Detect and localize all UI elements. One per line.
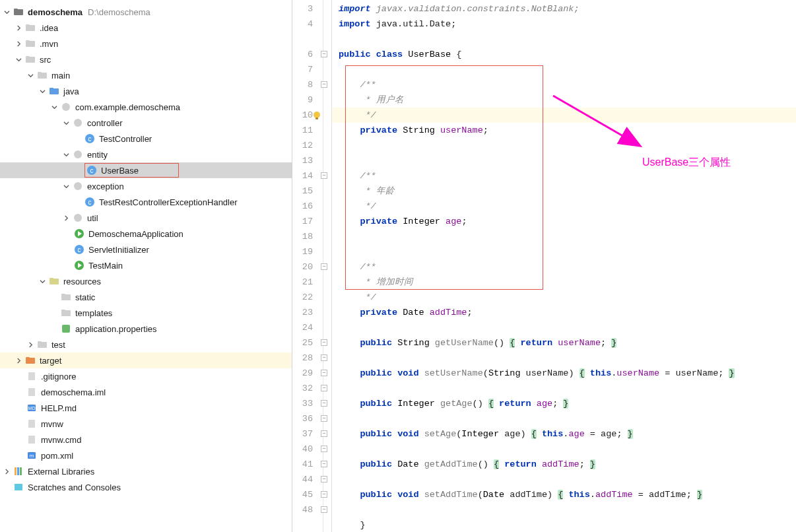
gutter-line[interactable]: 10 — [292, 108, 331, 123]
gutter-line[interactable]: 36− — [292, 411, 331, 426]
gutter-line[interactable]: 16 — [292, 199, 331, 214]
tree-item-idea[interactable]: .idea — [0, 20, 292, 36]
gutter-line[interactable]: 18 — [292, 229, 331, 244]
tree-item-ext-libs[interactable]: External Libraries — [0, 463, 292, 479]
chevron-down-icon[interactable] — [15, 55, 22, 63]
chevron-right-icon[interactable] — [3, 467, 11, 475]
caret-line[interactable]: */ — [332, 108, 796, 123]
tree-item-test[interactable]: test — [0, 337, 292, 352]
chevron-right-icon[interactable] — [15, 24, 22, 32]
tree-item-src[interactable]: src — [0, 51, 292, 67]
gutter-line[interactable]: 22 — [292, 290, 331, 305]
gutter-line[interactable]: 21 — [292, 275, 331, 290]
chevron-right-icon[interactable] — [26, 341, 34, 349]
chevron-right-icon[interactable] — [15, 40, 22, 48]
tree-item-util[interactable]: util — [0, 210, 292, 226]
chevron-down-icon[interactable] — [50, 103, 58, 111]
gutter-line[interactable]: 40− — [292, 442, 331, 457]
gutter-line[interactable]: 25− — [292, 335, 331, 350]
tree-item-userbase[interactable]: c UserBase — [0, 162, 292, 178]
tree-item-mvn[interactable]: .mvn — [0, 36, 292, 51]
tree-item-exc-handler[interactable]: c TestRestControllerExceptionHandler — [0, 194, 292, 210]
gutter-line[interactable]: 19 — [292, 244, 331, 259]
gutter-line[interactable]: 12 — [292, 138, 331, 153]
tree-item-resources[interactable]: resources — [0, 273, 292, 289]
fold-toggle-icon[interactable]: − — [321, 370, 327, 376]
tree-item-mvnw-cmd[interactable]: mvnw.cmd — [0, 432, 292, 448]
gutter-line[interactable]: 3 — [292, 1, 331, 17]
gutter-line[interactable]: 11 — [292, 123, 331, 138]
chevron-down-icon[interactable] — [62, 119, 70, 127]
fold-toggle-icon[interactable]: − — [321, 354, 327, 361]
chevron-down-icon[interactable] — [26, 71, 34, 79]
gutter-line[interactable]: 7 — [292, 62, 331, 77]
tree-item-servlet-init[interactable]: c ServletInitializer — [0, 242, 292, 257]
chevron-down-icon[interactable] — [38, 277, 46, 285]
fold-toggle-icon[interactable]: − — [321, 415, 327, 422]
tree-item-gitignore[interactable]: .gitignore — [0, 368, 292, 384]
tree-item-main[interactable]: main — [0, 67, 292, 83]
gutter-line[interactable]: 17 — [292, 214, 331, 229]
tree-item-entity[interactable]: entity — [0, 147, 292, 162]
fold-toggle-icon[interactable]: − — [321, 476, 327, 482]
chevron-down-icon[interactable] — [62, 182, 70, 190]
fold-toggle-icon[interactable]: − — [321, 461, 327, 467]
tree-item-pom[interactable]: m pom.xml — [0, 448, 292, 463]
gutter-line[interactable]: 20− — [292, 259, 331, 275]
tree-item-iml[interactable]: demoschema.iml — [0, 384, 292, 400]
tree-item-package[interactable]: com.example.demoschema — [0, 99, 292, 115]
fold-toggle-icon[interactable]: − — [321, 172, 327, 179]
chevron-right-icon[interactable] — [62, 214, 70, 222]
tree-item-testmain[interactable]: TestMain — [0, 257, 292, 273]
intention-bulb-icon[interactable] — [312, 110, 321, 119]
gutter-line[interactable]: 8− — [292, 77, 331, 92]
fold-toggle-icon[interactable]: − — [321, 339, 327, 346]
tree-item-target[interactable]: target — [0, 352, 292, 368]
gutter-line[interactable]: 6− — [292, 47, 331, 62]
gutter-line[interactable]: 33− — [292, 396, 331, 411]
gutter-line[interactable]: 45− — [292, 487, 331, 502]
tree-item-app-props[interactable]: application.properties — [0, 321, 292, 337]
gutter-line[interactable]: 4 — [292, 17, 331, 32]
gutter-line[interactable]: 37− — [292, 426, 331, 442]
gutter-line[interactable] — [292, 32, 331, 47]
code-editor[interactable]: 346−78−91011121314−151617181920−21222324… — [292, 0, 796, 532]
tree-root[interactable]: demoschema D:\demoschema — [0, 4, 292, 20]
fold-toggle-icon[interactable]: − — [321, 263, 327, 270]
gutter-line[interactable]: 9 — [292, 92, 331, 108]
tree-item-mvnw[interactable]: mvnw — [0, 416, 292, 432]
chevron-down-icon[interactable] — [3, 8, 11, 16]
code-area[interactable]: import javax.validation.constraints.NotB… — [332, 0, 796, 532]
fold-toggle-icon[interactable]: − — [321, 51, 327, 57]
gutter-line[interactable]: 41− — [292, 457, 331, 472]
gutter-line[interactable]: 24 — [292, 320, 331, 335]
tree-item-scratches[interactable]: Scratches and Consoles — [0, 479, 292, 495]
fold-toggle-icon[interactable]: − — [321, 385, 327, 391]
chevron-down-icon[interactable] — [62, 150, 70, 158]
tree-item-java[interactable]: java — [0, 83, 292, 99]
gutter-line[interactable]: 14− — [292, 168, 331, 183]
tree-item-templates[interactable]: templates — [0, 305, 292, 321]
fold-toggle-icon[interactable]: − — [321, 491, 327, 498]
chevron-down-icon[interactable] — [38, 87, 46, 95]
chevron-right-icon[interactable] — [15, 356, 22, 364]
tree-item-controller[interactable]: controller — [0, 115, 292, 131]
tree-item-static[interactable]: static — [0, 289, 292, 305]
fold-toggle-icon[interactable]: − — [321, 430, 327, 437]
fold-toggle-icon[interactable]: − — [321, 506, 327, 513]
tree-item-app[interactable]: DemoschemaApplication — [0, 226, 292, 242]
gutter-line[interactable]: 48− — [292, 502, 331, 517]
gutter-line[interactable]: 29− — [292, 366, 331, 381]
fold-toggle-icon[interactable]: − — [321, 446, 327, 452]
gutter-line[interactable]: 32− — [292, 381, 331, 396]
tree-item-testcontroller[interactable]: c TestController — [0, 131, 292, 147]
tree-item-help[interactable]: MD HELP.md — [0, 400, 292, 416]
fold-toggle-icon[interactable]: − — [321, 400, 327, 407]
gutter-line[interactable]: 15 — [292, 183, 331, 199]
gutter-line[interactable]: 23 — [292, 305, 331, 320]
tree-item-exception[interactable]: exception — [0, 178, 292, 194]
gutter-line[interactable]: 28− — [292, 350, 331, 366]
editor-gutter[interactable]: 346−78−91011121314−151617181920−21222324… — [292, 0, 332, 532]
gutter-line[interactable]: 13 — [292, 153, 331, 168]
gutter-line[interactable]: 44− — [292, 472, 331, 487]
